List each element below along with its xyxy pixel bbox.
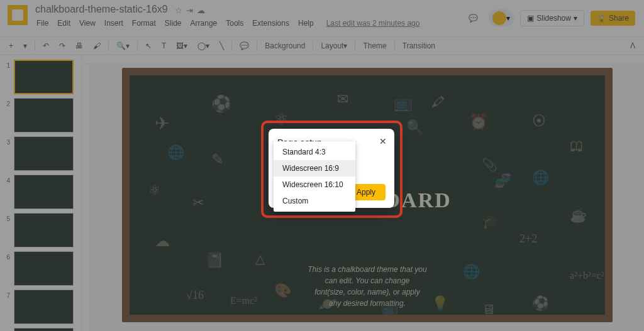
close-button[interactable]: ✕: [379, 136, 387, 146]
option-custom[interactable]: Custom: [274, 193, 355, 209]
page-size-dropdown[interactable]: Standard 4:3 Widescreen 16:9 Widescreen …: [274, 141, 355, 212]
option-widescreen-16-10[interactable]: Widescreen 16:10: [274, 176, 355, 193]
option-widescreen-16-9[interactable]: Widescreen 16:9: [274, 160, 355, 176]
option-standard-4-3[interactable]: Standard 4:3: [274, 144, 355, 160]
